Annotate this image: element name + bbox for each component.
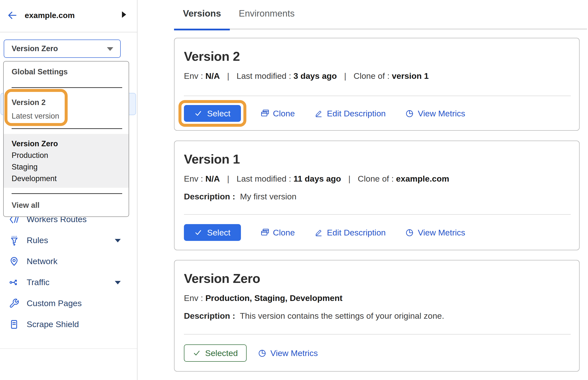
main-content: Versions Environments Version 2 Env : N/… bbox=[138, 0, 588, 380]
dropdown-divider bbox=[12, 128, 122, 129]
dropdown-item-version-2[interactable]: Version 2 bbox=[12, 98, 46, 107]
sidebar-item-custom-pages[interactable]: Custom Pages bbox=[0, 293, 137, 314]
version-card-version-1: Version 1 Env : N/A | Last modified : 11… bbox=[174, 141, 580, 250]
meta-separator: | bbox=[227, 71, 229, 81]
pie-chart-icon bbox=[257, 348, 267, 358]
version-select-value: Version Zero bbox=[12, 40, 58, 57]
view-metrics-button[interactable]: View Metrics bbox=[405, 228, 465, 237]
meta-label: Env : bbox=[184, 293, 203, 303]
description-text: This version contains the settings of yo… bbox=[240, 311, 444, 320]
site-name: example.com bbox=[25, 11, 75, 20]
wrench-icon bbox=[9, 298, 19, 309]
dropdown-divider bbox=[12, 87, 122, 88]
edit-pencil-icon bbox=[314, 228, 323, 237]
version-card-version-zero: Version Zero Env : Production, Staging, … bbox=[174, 260, 580, 372]
dropdown-item-view-all[interactable]: View all bbox=[12, 201, 39, 210]
card-divider bbox=[184, 334, 571, 335]
traffic-split-icon bbox=[9, 277, 19, 288]
dropdown-env-development[interactable]: Development bbox=[12, 173, 129, 184]
pie-chart-icon bbox=[405, 228, 414, 237]
sidebar-item-label: Traffic bbox=[27, 277, 50, 287]
sidebar: example.com Version Zero Workers Routes … bbox=[0, 0, 137, 380]
card-title: Version 2 bbox=[184, 49, 571, 64]
view-metrics-button[interactable]: View Metrics bbox=[257, 348, 318, 358]
card-meta: Env : N/A | Last modified : 11 days ago … bbox=[184, 173, 571, 184]
dropdown-item-global-settings[interactable]: Global Settings bbox=[12, 67, 68, 76]
meta-value: 3 days ago bbox=[294, 71, 337, 81]
meta-separator: | bbox=[344, 71, 346, 81]
sidebar-item-label: Network bbox=[27, 256, 58, 266]
dropdown-item-version-zero[interactable]: Version Zero bbox=[12, 138, 129, 149]
edit-description-button[interactable]: Edit Description bbox=[314, 109, 386, 118]
version-dropdown-panel: Global Settings Version 2 Latest version… bbox=[3, 61, 129, 217]
meta-value: version 1 bbox=[392, 71, 429, 81]
meta-label: Env : bbox=[184, 174, 203, 183]
edit-pencil-icon bbox=[314, 109, 323, 118]
clone-icon bbox=[260, 228, 270, 237]
caret-down-icon bbox=[107, 47, 113, 51]
sidebar-item-network[interactable]: Network bbox=[0, 251, 137, 272]
select-button[interactable]: Select bbox=[184, 224, 241, 241]
meta-value: N/A bbox=[205, 71, 220, 81]
tab-bar: Versions Environments bbox=[174, 0, 587, 29]
version-card-version-2: Version 2 Env : N/A | Last modified : 3 … bbox=[174, 38, 580, 131]
sidebar-item-rules[interactable]: Rules bbox=[0, 230, 137, 251]
dropdown-env-production[interactable]: Production bbox=[12, 149, 129, 161]
card-actions: Selected View Metrics bbox=[184, 344, 571, 362]
check-icon bbox=[194, 229, 202, 236]
expand-triangle-icon[interactable] bbox=[122, 11, 126, 18]
sidebar-divider bbox=[0, 348, 137, 349]
view-metrics-button[interactable]: View Metrics bbox=[405, 109, 465, 118]
clone-icon bbox=[260, 109, 270, 118]
network-pin-icon bbox=[9, 256, 19, 267]
card-title: Version Zero bbox=[184, 271, 571, 286]
sidebar-nav: Workers Routes Rules Network Traffic bbox=[0, 209, 137, 335]
card-description: Description : My first version bbox=[184, 191, 571, 202]
meta-label: Clone of : bbox=[358, 174, 394, 183]
clone-button[interactable]: Clone bbox=[260, 109, 295, 118]
chevron-down-icon[interactable] bbox=[115, 239, 121, 242]
description-label: Description : bbox=[184, 311, 235, 320]
card-divider bbox=[184, 214, 571, 215]
pie-chart-icon bbox=[405, 109, 414, 118]
card-actions: Select Clone Edit Description View Metri… bbox=[184, 224, 571, 241]
meta-value: N/A bbox=[205, 174, 220, 183]
sidebar-item-label: Custom Pages bbox=[27, 298, 82, 308]
dropdown-item-version-2-subtitle: Latest version bbox=[12, 112, 59, 121]
card-divider bbox=[184, 96, 571, 96]
dropdown-env-staging[interactable]: Staging bbox=[12, 161, 129, 173]
sidebar-item-label: Rules bbox=[27, 235, 48, 245]
card-title: Version 1 bbox=[184, 151, 571, 167]
meta-separator: | bbox=[348, 174, 351, 183]
card-meta: Env : Production, Staging, Development bbox=[184, 293, 571, 303]
chevron-down-icon[interactable] bbox=[115, 281, 121, 284]
meta-value: example.com bbox=[396, 174, 449, 183]
document-icon bbox=[9, 319, 19, 330]
meta-value: 11 days ago bbox=[294, 174, 341, 183]
select-button[interactable]: Select bbox=[184, 105, 241, 122]
check-icon bbox=[193, 349, 201, 357]
meta-label: Last modified : bbox=[236, 174, 291, 183]
dropdown-divider bbox=[12, 193, 122, 194]
back-arrow-icon[interactable] bbox=[6, 10, 18, 21]
description-text: My first version bbox=[240, 192, 296, 201]
meta-value: Production, Staging, Development bbox=[205, 293, 342, 303]
sidebar-item-label: Scrape Shield bbox=[27, 319, 79, 329]
version-select-dropdown[interactable]: Version Zero bbox=[4, 40, 121, 58]
sidebar-header: example.com bbox=[0, 0, 137, 32]
check-icon bbox=[194, 109, 202, 117]
edit-description-button[interactable]: Edit Description bbox=[314, 228, 386, 237]
version-card-list: Version 2 Env : N/A | Last modified : 3 … bbox=[174, 38, 580, 372]
sidebar-item-traffic[interactable]: Traffic bbox=[0, 272, 137, 293]
card-actions: Select Clone Edit Description Vie bbox=[184, 105, 571, 122]
clone-button[interactable]: Clone bbox=[260, 228, 295, 237]
tab-versions[interactable]: Versions bbox=[174, 8, 230, 29]
description-label: Description : bbox=[184, 192, 235, 201]
tab-environments[interactable]: Environments bbox=[230, 8, 303, 29]
meta-label: Env : bbox=[184, 71, 203, 81]
selected-button[interactable]: Selected bbox=[184, 344, 247, 362]
dropdown-item-version-zero-group[interactable]: Version Zero Production Staging Developm… bbox=[4, 134, 129, 188]
meta-label: Clone of : bbox=[353, 71, 390, 81]
sidebar-item-scrape-shield[interactable]: Scrape Shield bbox=[0, 314, 137, 335]
meta-label: Last modified : bbox=[236, 71, 291, 81]
